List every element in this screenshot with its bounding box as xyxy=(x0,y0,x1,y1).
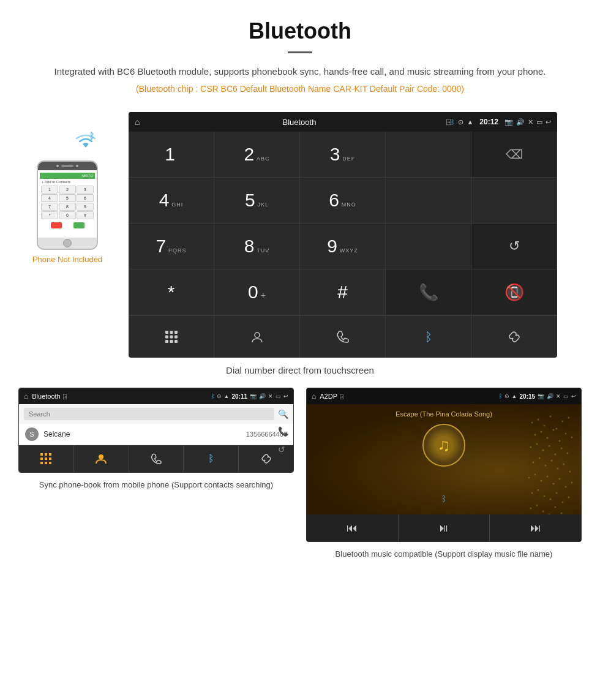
svg-point-65 xyxy=(536,505,538,506)
end-call-button[interactable]: 📵 xyxy=(471,269,557,315)
svg-point-67 xyxy=(549,514,550,515)
svg-rect-14 xyxy=(40,457,43,460)
phone-not-included-label: Phone Not Included xyxy=(32,255,102,264)
nav-link[interactable] xyxy=(471,316,557,358)
svg-point-45 xyxy=(551,460,553,462)
call-button[interactable]: 📞 xyxy=(386,269,471,315)
ms-win-icon: ▭ xyxy=(563,393,569,399)
svg-point-33 xyxy=(565,433,567,435)
pb-nav-phone[interactable] xyxy=(129,445,184,472)
svg-point-27 xyxy=(568,417,570,419)
svg-rect-19 xyxy=(49,462,51,464)
svg-point-58 xyxy=(538,489,539,491)
ms-status-bar: ⌂ A2DP ⍈ ᛒ ⊙ ▲ 20:15 📷 🔊 ✕ ▭ ↩ xyxy=(307,388,581,404)
pb-search-row: 🔍 xyxy=(19,404,293,424)
back-icon[interactable]: ↩ xyxy=(546,118,551,126)
svg-point-53 xyxy=(553,483,555,485)
key-3[interactable]: 3DEF xyxy=(300,132,386,178)
svg-point-44 xyxy=(545,465,547,467)
contact-row-seicane[interactable]: S Seicane 13566664466 xyxy=(19,424,293,445)
pb-bt-icon: ᛒ xyxy=(211,393,214,399)
pb-nav-bt[interactable]: ᛒ xyxy=(184,445,239,472)
pb-sync-icon[interactable]: ↺ xyxy=(278,445,288,454)
bluetooth-status-icon: ᛒ xyxy=(451,118,455,126)
svg-rect-13 xyxy=(49,453,51,456)
ms-next-button[interactable]: ⏭ xyxy=(490,514,581,541)
key-6[interactable]: 6MNO xyxy=(300,178,386,224)
redial-button[interactable]: ↺ xyxy=(471,224,557,269)
phone-body: MOTO + Add to Contacts 123 456 789 *0# xyxy=(37,160,98,250)
pb-nav-grid[interactable] xyxy=(19,445,74,472)
svg-point-54 xyxy=(559,478,561,480)
svg-point-46 xyxy=(557,468,559,470)
key-2[interactable]: 2ABC xyxy=(214,132,300,178)
camera-icon: 📷 xyxy=(504,118,513,126)
svg-point-50 xyxy=(534,474,536,476)
dial-screen: ⌂ Bluetooth ⍈ ᛒ ⊙ ▲ 20:12 📷 🔊 ✕ ▭ ↩ 1 2A xyxy=(129,112,557,358)
ms-play-pause-button[interactable]: ⏯ xyxy=(399,514,490,541)
key-hash[interactable]: # xyxy=(300,269,386,315)
svg-rect-11 xyxy=(40,453,43,456)
empty-1 xyxy=(386,178,471,224)
contact-avatar: S xyxy=(25,427,39,441)
pb-close-icon: ✕ xyxy=(268,393,273,399)
home-icon[interactable]: ⌂ xyxy=(135,117,140,127)
svg-point-52 xyxy=(547,476,549,478)
svg-point-36 xyxy=(536,443,538,445)
phone-screen: MOTO + Add to Contacts 123 456 789 *0# xyxy=(38,170,97,238)
key-star[interactable]: * xyxy=(129,269,214,315)
key-0[interactable]: 0+ xyxy=(214,269,300,315)
svg-point-48 xyxy=(569,471,571,473)
svg-point-10 xyxy=(255,333,260,337)
key-4[interactable]: 4GHI xyxy=(129,178,214,224)
pb-nav-contacts[interactable] xyxy=(74,445,129,472)
pb-search-icon[interactable]: 🔍 xyxy=(278,409,288,419)
key-8[interactable]: 8TUV xyxy=(214,224,300,269)
pb-cam-icon: 📷 xyxy=(250,393,257,399)
key-5[interactable]: 5JKL xyxy=(214,178,300,224)
svg-point-26 xyxy=(562,421,564,423)
wifi-icon: ᛒ xyxy=(73,130,98,157)
pb-status-title: Bluetooth xyxy=(32,393,60,400)
ms-album-art: ♫ xyxy=(422,424,465,467)
svg-point-23 xyxy=(544,425,546,427)
ms-song-title: Escape (The Pina Colada Song) xyxy=(396,410,492,418)
svg-rect-15 xyxy=(45,457,47,460)
key-7[interactable]: 7PQRS xyxy=(129,224,214,269)
pb-call-icon[interactable]: 📞 xyxy=(278,426,288,436)
nav-phone[interactable] xyxy=(300,316,386,358)
svg-point-37 xyxy=(542,450,544,451)
svg-point-64 xyxy=(530,508,532,510)
nav-contacts[interactable] xyxy=(214,316,300,358)
ms-home-icon[interactable]: ⌂ xyxy=(312,392,316,401)
dial-bottom-nav: ᛒ xyxy=(129,315,557,358)
svg-point-63 xyxy=(568,497,570,499)
ms-back-icon[interactable]: ↩ xyxy=(571,393,576,399)
pb-home-icon[interactable]: ⌂ xyxy=(24,392,28,401)
svg-point-21 xyxy=(531,422,533,424)
pb-status-bar: ⌂ Bluetooth ⍈ ᛒ ⊙ ▲ 20:11 📷 🔊 ✕ ▭ ↩ xyxy=(19,388,293,404)
music-panel: ⌂ A2DP ⍈ ᛒ ⊙ ▲ 20:15 📷 🔊 ✕ ▭ ↩ xyxy=(306,388,582,560)
usb-icon: ⍈ xyxy=(446,118,451,126)
pb-back-icon[interactable]: ↩ xyxy=(283,393,288,399)
svg-text:ᛒ: ᛒ xyxy=(89,131,94,141)
pb-action-icons: 📞 ↺ xyxy=(278,426,288,454)
backspace-button[interactable]: ⌫ xyxy=(471,132,557,178)
nav-keypad[interactable] xyxy=(129,316,214,358)
pb-bottom-bar: ᛒ xyxy=(19,445,293,472)
dial-caption: Dial number direct from touchscreen xyxy=(0,365,600,375)
page-header: Bluetooth Integrated with BC6 Bluetooth … xyxy=(0,0,600,106)
page-title: Bluetooth xyxy=(37,18,563,44)
phonebook-caption: Sync phone-book from mobile phone (Suppo… xyxy=(39,479,273,491)
key-9[interactable]: 9WXYZ xyxy=(300,224,386,269)
ms-cam-icon: 📷 xyxy=(538,393,544,399)
key-1[interactable]: 1 xyxy=(129,132,214,178)
ms-bluetooth-badge: ᛒ xyxy=(441,494,446,503)
nav-bluetooth[interactable]: ᛒ xyxy=(386,316,471,358)
ms-prev-button[interactable]: ⏮ xyxy=(307,514,399,541)
svg-point-69 xyxy=(561,513,563,514)
svg-point-68 xyxy=(555,506,557,508)
pb-search-input[interactable] xyxy=(24,408,274,420)
svg-rect-17 xyxy=(40,462,43,464)
svg-point-61 xyxy=(556,492,558,494)
